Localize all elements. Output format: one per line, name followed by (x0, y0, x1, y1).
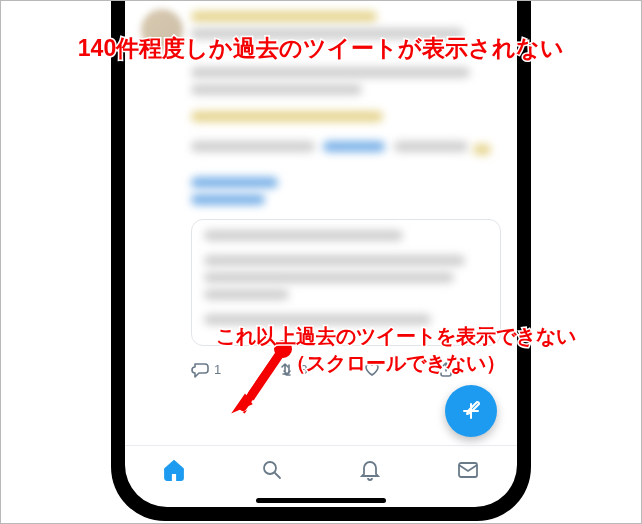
tweet-body (191, 67, 501, 95)
bell-icon (358, 458, 382, 482)
tab-search[interactable] (260, 458, 284, 486)
envelope-icon (456, 458, 480, 482)
retweet-button[interactable]: 3 (277, 360, 307, 378)
phone-screen: 1 3 (125, 0, 517, 507)
tab-home[interactable] (162, 458, 186, 486)
home-icon (162, 458, 186, 482)
share-button[interactable] (437, 360, 455, 378)
bottom-tab-bar (125, 445, 517, 497)
tweet-body-line (191, 138, 501, 161)
reply-button[interactable]: 1 (191, 360, 221, 378)
tweet-feed[interactable]: 1 3 (125, 0, 517, 401)
search-icon (260, 458, 284, 482)
retweet-count: 3 (300, 362, 307, 377)
phone-frame: 1 3 (111, 0, 531, 521)
like-icon (363, 360, 381, 378)
tweet-action-row: 1 3 (191, 360, 501, 378)
reply-icon (191, 360, 209, 378)
like-button[interactable] (363, 360, 381, 378)
svg-point-0 (264, 462, 276, 474)
home-indicator (256, 498, 386, 503)
tweet-header (141, 9, 501, 51)
avatar[interactable] (141, 9, 183, 51)
reply-count: 1 (214, 362, 221, 377)
compose-tweet-button[interactable] (445, 385, 497, 437)
tab-messages[interactable] (456, 458, 480, 486)
share-icon (437, 360, 455, 378)
quoted-tweet-card[interactable] (191, 219, 501, 346)
tab-notifications[interactable] (358, 458, 382, 486)
tweet-meta (191, 9, 501, 51)
compose-icon (459, 399, 483, 423)
hashtags[interactable] (191, 177, 501, 205)
tweet-body-line (191, 111, 501, 122)
retweet-icon (277, 360, 295, 378)
